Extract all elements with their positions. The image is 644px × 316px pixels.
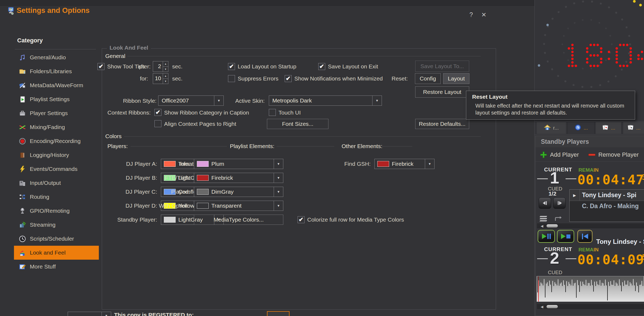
- tab-cartwall-2[interactable]: ♠ ...: [623, 122, 644, 134]
- skip-back-icon: [584, 234, 588, 239]
- scrollbar-thumb[interactable]: [547, 305, 558, 308]
- played-color-combo[interactable]: DimGray ▼: [194, 187, 283, 197]
- player2-scrollbar[interactable]: ◀: [537, 304, 644, 310]
- colors-section-line: [124, 136, 481, 137]
- info-color-combo[interactable]: Plum ▼: [194, 159, 283, 169]
- spin-up-icon[interactable]: ▲: [163, 61, 168, 67]
- sidebar-item-player-settings[interactable]: Player Settings: [14, 106, 99, 120]
- play-pause-button[interactable]: [538, 230, 555, 243]
- sec-label: sec.: [172, 63, 183, 70]
- color-swatch: [197, 161, 209, 167]
- spin-down-icon[interactable]: ▼: [163, 67, 168, 72]
- restore-layout-button[interactable]: Restore Layout: [415, 86, 469, 98]
- track-row[interactable]: C. Da Afro - Making: [570, 201, 644, 212]
- tab-separator: [622, 122, 622, 134]
- ribbon-style-combo[interactable]: Office2007 ▼: [158, 95, 224, 106]
- reset-layout-button[interactable]: Layout: [443, 73, 469, 84]
- player1-scrollbar[interactable]: ◀: [537, 223, 644, 229]
- remove-player-button[interactable]: Remove Player: [598, 151, 639, 158]
- show-notifications-checkbox[interactable]: ✔: [285, 75, 292, 82]
- spin-up-icon[interactable]: ▲: [163, 74, 168, 79]
- save-layout-exit-checkbox[interactable]: ✔: [318, 63, 325, 70]
- chevron-down-icon[interactable]: ▼: [102, 312, 111, 316]
- tab-cartwall-1[interactable]: ♥ ...: [596, 122, 621, 134]
- scroll-left-icon[interactable]: ◀: [541, 305, 543, 309]
- add-player-icon[interactable]: [540, 151, 547, 160]
- chevron-down-icon[interactable]: ▼: [274, 173, 283, 183]
- touch-ui-checkbox[interactable]: [269, 109, 276, 116]
- colorize-full-row-checkbox[interactable]: ✔: [298, 216, 305, 223]
- sidebar-item-more-stuff[interactable]: More Stuff: [14, 260, 99, 274]
- next-track-button[interactable]: [553, 197, 566, 209]
- player2-waveform[interactable]: [537, 276, 644, 302]
- color-name: DimGray: [209, 189, 274, 195]
- sidebar-item-general-audio[interactable]: General/Audio: [14, 50, 99, 64]
- chevron-down-icon[interactable]: ▼: [372, 96, 382, 105]
- add-player-button[interactable]: Add Player: [550, 151, 579, 158]
- reset-config-button[interactable]: Config: [415, 73, 441, 84]
- skip-to-start-button[interactable]: [577, 230, 592, 243]
- tooltip-duration-spinner[interactable]: 10 ▲▼: [153, 73, 168, 84]
- sidebar-item-gpio-remoting[interactable]: GPIO/Remoting: [14, 204, 99, 218]
- help-button[interactable]: ?: [469, 11, 473, 19]
- remove-player-icon[interactable]: [588, 153, 596, 158]
- sidebar-item-logging-history[interactable]: Logging/History: [14, 148, 99, 162]
- sidebar-item-mixing-fading[interactable]: Mixing/Fading: [14, 120, 99, 134]
- sidebar-item-input-output[interactable]: Input/Output: [14, 176, 99, 190]
- sidebar-item-look-and-feel[interactable]: Look and Feel: [14, 246, 99, 260]
- chevron-down-icon[interactable]: ▼: [425, 159, 434, 169]
- chevron-down-icon[interactable]: ▼: [274, 187, 283, 197]
- load-layout-checkbox[interactable]: ✔: [228, 63, 235, 70]
- sidebar-item-routing[interactable]: Routing: [14, 190, 99, 204]
- restore-defaults-button[interactable]: Restore Defaults...: [415, 119, 469, 129]
- sidebar-item-scripts-scheduler[interactable]: Scripts/Scheduler: [14, 232, 99, 246]
- sidebar-item-playlist-settings[interactable]: Playlist Settings: [14, 92, 99, 106]
- save-layout-to-button[interactable]: Save Layout To...: [415, 61, 469, 72]
- chevron-down-icon[interactable]: ▼: [274, 159, 283, 169]
- sidebar-item-streaming[interactable]: Streaming: [14, 218, 99, 232]
- spinner-buttons[interactable]: ▲▼: [163, 61, 168, 72]
- scrollbar-thumb[interactable]: [547, 224, 558, 227]
- layers-icon[interactable]: [540, 216, 547, 222]
- show-ribbon-category-checkbox[interactable]: ✔: [154, 109, 161, 116]
- sidebar-item-metadata-waveform[interactable]: MetaData/WaveForm: [14, 78, 99, 92]
- player2-remain-frac: 5: [642, 253, 644, 261]
- previous-track-button[interactable]: [539, 197, 551, 209]
- align-context-pages-checkbox[interactable]: [154, 120, 161, 127]
- sidebar-item-events-commands[interactable]: Events/Commands: [14, 162, 99, 176]
- standby-player-label: Standby Player:: [111, 216, 157, 223]
- scroll-left-icon[interactable]: ◀: [541, 224, 543, 228]
- for-label: for:: [140, 75, 148, 82]
- chevron-down-icon[interactable]: ▼: [274, 201, 283, 211]
- chevron-down-icon[interactable]: ▼: [214, 96, 223, 105]
- tooltip-delay-spinner[interactable]: 2 ▲▼: [153, 61, 168, 72]
- sidebar-item-folders-libraries[interactable]: Folders/Libraries: [14, 64, 99, 78]
- close-button[interactable]: ✕: [481, 11, 486, 19]
- active-skin-combo[interactable]: Metropolis Dark ▼: [269, 95, 382, 106]
- play-stop-button[interactable]: [557, 230, 574, 243]
- color-fan-icon: [19, 249, 26, 256]
- track-row[interactable]: ▶ Tony Lindsey - Spi: [570, 190, 644, 201]
- with-option-color-combo[interactable]: Transparent ▼: [194, 201, 283, 211]
- sidebar-item-encoding-recording[interactable]: Encoding/Recording: [14, 134, 99, 148]
- sidebar-item-label: MetaData/WaveForm: [30, 82, 83, 89]
- fte-tus-color-combo[interactable]: Firebrick ▼: [194, 173, 283, 183]
- tab-clock[interactable]: ...: [569, 122, 594, 134]
- tab-home[interactable]: r...: [537, 122, 566, 134]
- find-gsh-color-combo[interactable]: Firebrick ▼: [374, 159, 435, 169]
- sidebar-item-label: Logging/History: [30, 152, 69, 158]
- show-ribbon-category-label: Show Ribbon Category in Caption: [164, 109, 249, 116]
- footer-combo[interactable]: ▼: [68, 312, 111, 316]
- audio-device-icon: [19, 179, 26, 187]
- info-label: Info:: [144, 161, 190, 167]
- show-tool-tips-checkbox[interactable]: ✔: [97, 63, 104, 70]
- svg-text:♠: ♠: [631, 126, 632, 129]
- footer-ok-button[interactable]: [267, 311, 290, 316]
- sidebar-item-label: Routing: [30, 194, 49, 200]
- spin-down-icon[interactable]: ▼: [163, 79, 168, 84]
- suppress-errors-checkbox[interactable]: [228, 75, 235, 82]
- spinner-buttons[interactable]: ▲▼: [163, 74, 168, 84]
- mediatype-colors-button[interactable]: MediaType Colors...: [194, 215, 283, 225]
- font-sizes-button[interactable]: Font Sizes...: [267, 119, 328, 129]
- loop-icon[interactable]: [554, 215, 562, 223]
